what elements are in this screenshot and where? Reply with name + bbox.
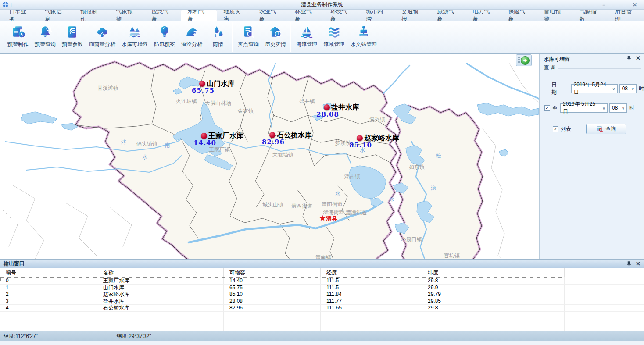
- table-cell: 111.77: [321, 298, 422, 305]
- map-mini-toolbar: +: [516, 54, 532, 66]
- menu-tab-8[interactable]: 林业气象: [288, 10, 324, 21]
- menu-tab-6[interactable]: 地质灾害: [217, 10, 253, 21]
- table-cell: 29.8: [422, 305, 565, 312]
- date-from-select[interactable]: 2019年 5月24日∨: [571, 84, 618, 93]
- toolbar-button-label: 淹没分析: [181, 41, 202, 48]
- table-cell: 82.96: [224, 305, 321, 312]
- toolbar-button-label: 预警查询: [35, 41, 56, 48]
- menu-tab-5[interactable]: 水利气象: [181, 10, 217, 21]
- menu-tab-11[interactable]: 交通预报: [395, 10, 430, 21]
- county-star-icon: ★: [319, 214, 326, 222]
- menu-tab-13[interactable]: 电力气象: [466, 10, 501, 21]
- list-checkbox[interactable]: ✓: [553, 126, 558, 132]
- table-cell: 85.10: [224, 291, 321, 298]
- menu-bar: 日常业务气象信息预报制作气象预警应急气象水利气象地质灾害农业气象林业气象环境气象…: [0, 10, 644, 21]
- toolbar-button-history-disaster[interactable]: 历史灾情: [262, 22, 289, 52]
- toolbar-button-label: 预警参数: [62, 41, 83, 48]
- table-cell: [224, 325, 321, 331]
- table-header-cell[interactable]: 可增容: [224, 268, 321, 277]
- toolbar-button-flood-plan[interactable]: 防汛预案: [151, 22, 178, 52]
- toolbar-button-submerge[interactable]: 淹没分析: [178, 22, 205, 52]
- table-cell: [565, 325, 644, 331]
- table-cell: [422, 312, 565, 319]
- pin-icon[interactable]: [626, 261, 631, 267]
- toolbar-button-warning-make[interactable]: 预警制作: [4, 22, 32, 52]
- output-close-icon[interactable]: ✕: [636, 261, 640, 267]
- chevron-down-icon: ∨: [610, 86, 617, 91]
- menu-tab-9[interactable]: 环境气象: [324, 10, 359, 21]
- toolbar-button-river[interactable]: 河流管理: [293, 22, 320, 52]
- table-cell: 65.75: [224, 285, 321, 292]
- toolbar-button-label: 面雨量分析: [89, 41, 115, 48]
- panel-close-icon[interactable]: ✕: [636, 56, 640, 61]
- menu-tab-14[interactable]: 保险气象: [502, 10, 537, 21]
- toolbar-button-basin[interactable]: 流域管理: [320, 22, 347, 52]
- table-row[interactable]: 3盐井水库28.08111.7729.85: [0, 298, 644, 305]
- close-button[interactable]: ✕: [633, 1, 637, 8]
- table-cell: [0, 325, 97, 331]
- menu-tab-4[interactable]: 应急气象: [145, 10, 180, 21]
- menu-tab-0[interactable]: 日常业务: [3, 10, 38, 21]
- toolbar-button-warning-params[interactable]: 预警参数: [59, 22, 86, 52]
- restore-button[interactable]: [617, 1, 621, 8]
- menu-tab-15[interactable]: 雷电预警: [537, 10, 573, 21]
- reservoir-value: 65.75: [192, 87, 215, 95]
- toolbar-grip-icon[interactable]: [517, 57, 520, 64]
- table-header-cell[interactable]: 经度: [321, 268, 422, 277]
- basin-icon: [327, 25, 341, 39]
- table-cell: 14.40: [224, 277, 321, 285]
- flood-plan-icon: [157, 25, 172, 39]
- map-canvas[interactable]: 甘溪滩镇火连坡镇天供山林场金罗镇盐井镇复兴镇码头铺镇王家厂镇大堰垱镇梦溪镇涔南镇…: [0, 54, 540, 259]
- hour-from-select[interactable]: 08∨: [619, 84, 637, 93]
- table-cell: [565, 277, 644, 285]
- status-longitude: 经度:112°6'27": [4, 333, 38, 340]
- table-row[interactable]: [0, 325, 644, 331]
- reservoir-value: 85.10: [349, 141, 372, 149]
- content-area: 甘溪滩镇火连坡镇天供山林场金罗镇盐井镇复兴镇码头铺镇王家厂镇大堰垱镇梦溪镇涔南镇…: [0, 53, 644, 259]
- hour-suffix-label: 时: [629, 104, 634, 112]
- toolbar-button-label: 流域管理: [323, 41, 344, 48]
- minimize-button[interactable]: –: [602, 1, 605, 8]
- menu-tab-1[interactable]: 气象信息: [38, 10, 74, 21]
- toolbar-button-hydro-station[interactable]: 水文站管理: [347, 22, 380, 52]
- chevron-down-icon: ∨: [630, 86, 636, 91]
- table-row[interactable]: [0, 312, 644, 319]
- table-row[interactable]: 0王家厂水库14.40111.529.8: [0, 277, 644, 285]
- table-row[interactable]: [0, 318, 644, 325]
- menu-tab-17[interactable]: 后台管理: [608, 10, 644, 21]
- table-row[interactable]: 1山门水库65.75111.529.9: [0, 285, 644, 292]
- reservoir-capacity-icon: [128, 25, 142, 39]
- table-cell: 28.08: [224, 298, 321, 305]
- map-add-button[interactable]: +: [521, 56, 530, 65]
- toolbar-button-disaster-search[interactable]: 灾点查询: [235, 22, 262, 52]
- query-button[interactable]: 查询: [586, 124, 626, 134]
- menu-tab-16[interactable]: 气象指数: [573, 10, 608, 21]
- toolbar-button-rain-info[interactable]: 雨情: [205, 22, 231, 52]
- table-row[interactable]: 2赵家峪水库85.10111.8429.79: [0, 291, 644, 298]
- toolbar-button-warning-search[interactable]: 预警查询: [32, 22, 59, 52]
- table-cell: 29.85: [422, 298, 565, 305]
- output-table: 编号名称可增容经度纬度 0王家厂水库14.40111.529.81山门水库65.…: [0, 268, 644, 331]
- menu-tab-2[interactable]: 预报制作: [74, 10, 109, 21]
- menu-tab-12[interactable]: 旅游气象: [430, 10, 466, 21]
- warning-make-icon: [11, 25, 25, 39]
- date-to-select[interactable]: 2019年 5月25日∨: [560, 103, 608, 113]
- reservoir-capacity-panel: 水库可增容 ✕ 查 询 日 期 2019年 5月24日∨ 08∨: [540, 54, 644, 259]
- table-header-cell[interactable]: 名称: [97, 268, 224, 277]
- table-cell: 1: [0, 285, 97, 292]
- table-cell: 111.65: [321, 305, 422, 312]
- menu-tab-3[interactable]: 气象预警: [109, 10, 145, 21]
- table-row[interactable]: 4石公桥水库82.96111.6529.8: [0, 305, 644, 312]
- toolbar-button-reservoir-capacity[interactable]: 水库可增容: [118, 22, 151, 52]
- menu-tab-10[interactable]: 城市内涝: [359, 10, 395, 21]
- table-header-cell[interactable]: 纬度: [422, 268, 565, 277]
- pin-icon[interactable]: [626, 56, 631, 61]
- list-label: 列表: [561, 125, 571, 133]
- table-header-cell[interactable]: 编号: [0, 268, 97, 277]
- app-window: | 澧县业务制作系统 – ✕ 日常业务气象信息预报制作气象预警应急气象水利气象地…: [0, 0, 644, 345]
- toolbar-button-area-rain[interactable]: 面雨量分析: [86, 22, 118, 52]
- hour-to-select[interactable]: 08∨: [609, 103, 627, 113]
- menu-tab-7[interactable]: 农业气象: [253, 10, 288, 21]
- table-cell: 29.8: [422, 277, 565, 285]
- to-checkbox[interactable]: ✓: [544, 105, 550, 111]
